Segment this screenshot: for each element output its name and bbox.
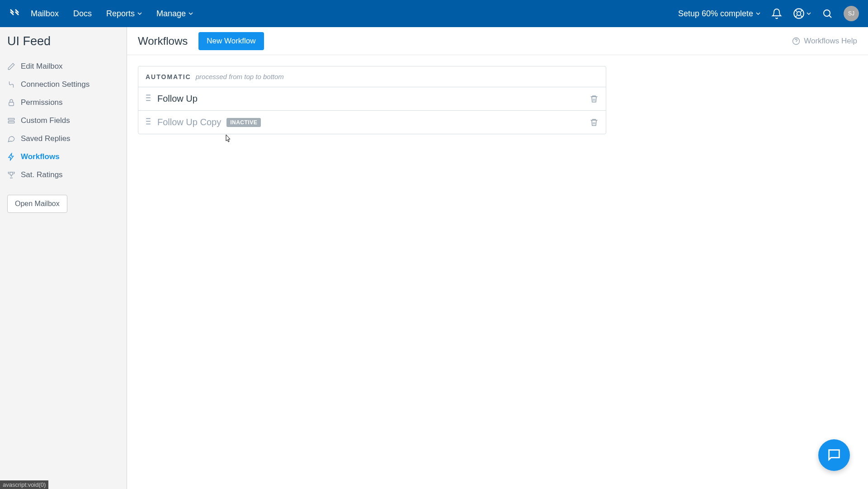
workflow-name: Follow Up	[157, 94, 198, 104]
drag-handle-icon[interactable]	[146, 94, 151, 103]
svg-rect-4	[8, 118, 14, 120]
search-button[interactable]	[822, 8, 833, 19]
nav-docs-label: Docs	[73, 9, 92, 19]
chat-bubble-icon	[826, 447, 842, 463]
workflow-name: Follow Up Copy	[157, 117, 221, 127]
browser-status-hint: avascript:void(0)	[0, 480, 48, 489]
chat-fab[interactable]	[818, 439, 850, 471]
sidebar-item-label: Edit Mailbox	[21, 62, 63, 71]
sidebar-item-connection-settings[interactable]: Connection Settings	[7, 75, 119, 94]
chevron-down-icon	[189, 11, 193, 16]
page-title: Workflows	[138, 35, 188, 47]
open-mailbox-button[interactable]: Open Mailbox	[7, 195, 67, 213]
lightning-icon	[7, 153, 15, 161]
new-workflow-button[interactable]: New Workflow	[198, 32, 264, 50]
delete-workflow-button[interactable]	[590, 94, 599, 103]
svg-rect-3	[9, 102, 14, 106]
svg-point-2	[824, 10, 830, 16]
svg-point-1	[797, 12, 801, 16]
sidebar-item-label: Sat. Ratings	[21, 170, 63, 179]
chevron-down-icon	[807, 11, 811, 16]
sidebar-item-edit-mailbox[interactable]: Edit Mailbox	[7, 57, 119, 75]
delete-workflow-button[interactable]	[590, 118, 599, 127]
avatar-initials: SJ	[848, 10, 854, 17]
nav-reports-label: Reports	[106, 9, 135, 19]
sidebar-item-workflows[interactable]: Workflows	[7, 148, 119, 166]
sidebar-item-label: Connection Settings	[21, 80, 90, 89]
nav-reports[interactable]: Reports	[106, 9, 142, 19]
sidebar-item-label: Saved Replies	[21, 134, 71, 143]
inactive-badge: INACTIVE	[226, 118, 261, 127]
search-icon	[822, 8, 833, 19]
workflows-help-link[interactable]: Workflows Help	[792, 37, 857, 46]
fields-icon	[7, 117, 15, 125]
sidebar-title: UI Feed	[7, 34, 119, 48]
group-header: AUTOMATIC processed from top to bottom	[138, 66, 606, 87]
chat-icon	[7, 135, 15, 143]
setup-progress-label: Setup 60% complete	[678, 9, 753, 19]
bell-icon	[771, 8, 782, 19]
page-header: Workflows New Workflow Workflows Help	[127, 27, 868, 55]
sidebar-item-saved-replies[interactable]: Saved Replies	[7, 130, 119, 148]
app-logo[interactable]	[9, 8, 20, 19]
workflow-row[interactable]: Follow Up Copy INACTIVE	[138, 111, 606, 134]
nav-mailbox-label: Mailbox	[31, 9, 59, 19]
sidebar: UI Feed Edit Mailbox Connection Settings…	[0, 27, 127, 489]
nav-docs[interactable]: Docs	[73, 9, 92, 19]
help-circle-icon	[792, 37, 800, 45]
sidebar-item-custom-fields[interactable]: Custom Fields	[7, 112, 119, 130]
nav-manage[interactable]: Manage	[156, 9, 193, 19]
top-right: Setup 60% complete SJ	[678, 6, 859, 21]
pencil-icon	[7, 62, 15, 71]
sidebar-item-permissions[interactable]: Permissions	[7, 94, 119, 112]
group-subtext: processed from top to bottom	[196, 73, 284, 80]
life-ring-icon	[793, 8, 805, 19]
connection-icon	[7, 80, 15, 89]
user-avatar[interactable]: SJ	[844, 6, 859, 21]
nav-manage-label: Manage	[156, 9, 186, 19]
help-link-label: Workflows Help	[804, 37, 857, 46]
drag-handle-icon[interactable]	[146, 118, 151, 127]
group-label: AUTOMATIC	[146, 73, 191, 80]
sidebar-item-sat-ratings[interactable]: Sat. Ratings	[7, 166, 119, 184]
content-area: AUTOMATIC processed from top to bottom F…	[127, 55, 868, 145]
top-nav: Mailbox Docs Reports Manage	[31, 9, 193, 19]
svg-rect-5	[8, 122, 14, 123]
sidebar-item-label: Workflows	[21, 152, 60, 161]
trophy-icon	[7, 171, 15, 179]
setup-progress[interactable]: Setup 60% complete	[678, 9, 760, 19]
chevron-down-icon	[137, 11, 142, 16]
sidebar-item-label: Custom Fields	[21, 116, 70, 125]
lock-icon	[7, 99, 15, 107]
notifications-button[interactable]	[771, 8, 782, 19]
svg-point-0	[794, 9, 804, 19]
workflow-row[interactable]: Follow Up	[138, 87, 606, 111]
chevron-down-icon	[756, 11, 760, 16]
workflow-group-automatic: AUTOMATIC processed from top to bottom F…	[138, 66, 606, 134]
nav-mailbox[interactable]: Mailbox	[31, 9, 59, 19]
sidebar-item-label: Permissions	[21, 98, 63, 107]
main-content: Workflows New Workflow Workflows Help AU…	[127, 27, 868, 489]
help-button[interactable]	[793, 8, 811, 19]
topbar: Mailbox Docs Reports Manage Setup 60% co…	[0, 0, 868, 27]
